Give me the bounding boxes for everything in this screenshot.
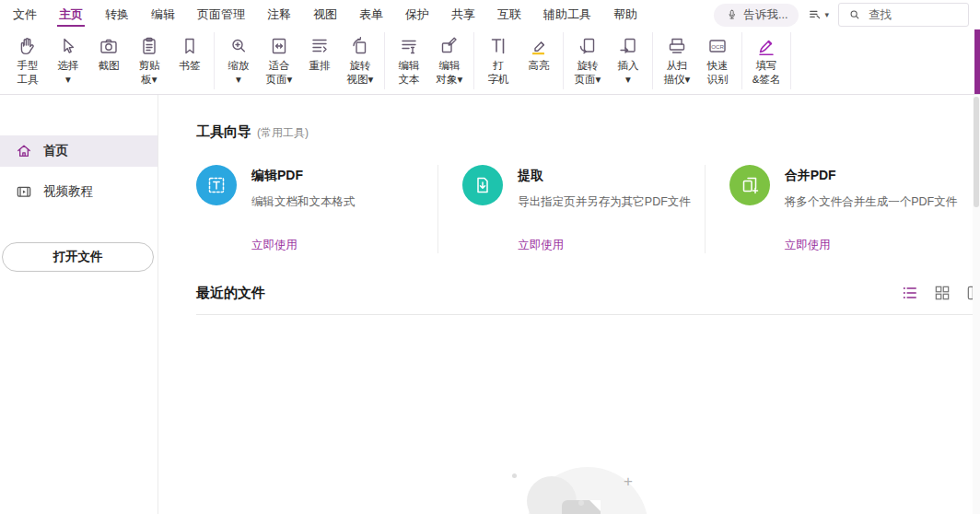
open-file-button[interactable]: 打开文件 <box>2 242 154 272</box>
search-mode-caret-icon: ▾ <box>824 10 829 19</box>
toolbar-typewriter-button[interactable]: 打 字机 <box>478 32 519 89</box>
scrollbar-thumb[interactable] <box>974 97 979 207</box>
view-toggle-group <box>901 284 974 302</box>
card-merge-pdf[interactable]: 合并PDF 将多个文件合并生成一个PDF文件 立即使用 <box>705 165 971 253</box>
ghost-page-icon <box>562 500 601 514</box>
toolbar-group-sign: 填写 &签名 <box>742 32 791 89</box>
menu-item-form[interactable]: 表单 <box>348 0 394 29</box>
toolbar-edit-text-button[interactable]: 编辑 文本 <box>389 32 429 89</box>
toolbar-clipboard-button[interactable]: 剪贴 板▾ <box>129 32 169 89</box>
menu-item-file[interactable]: 文件 <box>2 0 48 29</box>
search-icon <box>848 8 861 21</box>
toolbar-typewriter-label: 打 字机 <box>488 59 509 87</box>
toolbar-select-label: 选择 ▾ <box>58 59 79 87</box>
toolbar-from-scanner-button[interactable]: 从扫 描仪▾ <box>657 32 697 89</box>
card-extract-desc: 导出指定页并另存为其它PDF文件 <box>518 194 691 210</box>
tell-me-icon <box>725 8 739 22</box>
rotate-view-icon <box>349 35 371 57</box>
toolbar-hand-tool-button[interactable]: 手型 工具 <box>7 32 48 89</box>
toolbar-bookmark-button[interactable]: 书签 <box>169 32 210 89</box>
list-view-button[interactable] <box>901 284 919 302</box>
toolbar-snapshot-button[interactable]: 截图 <box>88 32 129 89</box>
sidebar-item-home[interactable]: 首页 <box>0 135 158 167</box>
home-icon <box>15 142 33 160</box>
toolbar-insert-label: 插入 ▾ <box>618 59 639 87</box>
toolbar-group-view: 缩放 ▾ 适合 页面▾ 重排 旋转 视图▾ <box>215 32 385 89</box>
toolbar-quick-ocr-button[interactable]: OCR 快速 识别 <box>697 32 738 89</box>
toolbar-rotate-view-button[interactable]: 旋转 视图▾ <box>340 32 380 89</box>
toolbar-rotate-view-label: 旋转 视图▾ <box>347 59 374 87</box>
card-merge-pdf-title: 合并PDF <box>785 168 958 184</box>
toolbar-group-scan: 从扫 描仪▾ OCR 快速 识别 <box>653 32 742 89</box>
find-input[interactable] <box>867 7 959 22</box>
main-content: 工具向导 (常用工具) 编辑PDF 编辑文档和文本格式 立即使用 <box>158 95 980 514</box>
menu-item-protect[interactable]: 保护 <box>394 0 440 29</box>
menu-item-convert[interactable]: 转换 <box>94 0 140 29</box>
menu-item-home[interactable]: 主页 <box>48 0 94 29</box>
toolbar-reflow-button[interactable]: 重排 <box>299 32 340 89</box>
hand-icon <box>17 35 39 57</box>
menu-item-connect[interactable]: 互联 <box>486 0 532 29</box>
select-cursor-icon <box>57 35 79 57</box>
menu-item-page-management[interactable]: 页面管理 <box>186 0 256 29</box>
toolbar-zoom-button[interactable]: 缩放 ▾ <box>218 32 259 89</box>
toolbar-group-comment: 打 字机 高亮 <box>474 32 564 89</box>
toolbar-group-tools: 手型 工具 选择 ▾ 截图 剪贴 板▾ <box>4 32 215 89</box>
toolbar-edit-object-button[interactable]: 编辑 对象▾ <box>429 32 470 89</box>
card-edit-pdf-top: 编辑PDF 编辑文档和文本格式 <box>196 165 438 210</box>
ghost-plus-icon: + <box>624 473 633 491</box>
toolbar-fit-page-button[interactable]: 适合 页面▾ <box>259 32 299 89</box>
tell-me-box[interactable]: 告诉我... <box>714 4 799 27</box>
open-file-label: 打开文件 <box>53 249 103 265</box>
menu-item-accessibility[interactable]: 辅助工具 <box>532 0 602 29</box>
search-mode-button[interactable]: ▾ <box>808 7 829 22</box>
toolbar-highlight-button[interactable]: 高亮 <box>519 32 559 89</box>
toolbar-rotate-pages-label: 旋转 页面▾ <box>575 59 601 87</box>
toolbar-from-scanner-label: 从扫 描仪▾ <box>664 59 691 87</box>
card-edit-pdf[interactable]: 编辑PDF 编辑文档和文本格式 立即使用 <box>196 165 438 253</box>
sidebar-item-video-tutorials[interactable]: 视频教程 <box>0 176 158 207</box>
card-extract[interactable]: 提取 导出指定页并另存为其它PDF文件 立即使用 <box>438 165 704 253</box>
card-extract-top: 提取 导出指定页并另存为其它PDF文件 <box>462 165 704 210</box>
card-merge-pdf-use-now-link[interactable]: 立即使用 <box>785 238 971 253</box>
grid-view-button[interactable] <box>933 284 951 302</box>
ribbon-accent-strip <box>974 29 980 94</box>
toolbar-snapshot-label: 截图 <box>99 59 120 73</box>
find-box[interactable] <box>838 3 969 27</box>
fill-sign-pen-icon <box>755 35 777 57</box>
highlight-icon <box>528 35 550 57</box>
toolbar-insert-button[interactable]: 插入 ▾ <box>608 32 648 89</box>
toolbar-highlight-label: 高亮 <box>529 59 550 73</box>
edit-object-icon <box>438 35 461 57</box>
card-extract-title: 提取 <box>518 168 691 184</box>
menu-item-share[interactable]: 共享 <box>440 0 486 29</box>
menu-item-view[interactable]: 视图 <box>302 0 348 29</box>
ghost-dot <box>578 500 584 506</box>
typewriter-icon <box>487 35 509 57</box>
toolbar-fit-page-label: 适合 页面▾ <box>266 59 293 87</box>
menu-item-help[interactable]: 帮助 <box>602 0 648 29</box>
ocr-icon: OCR <box>706 35 729 57</box>
card-edit-pdf-use-now-link[interactable]: 立即使用 <box>251 238 438 253</box>
card-extract-use-now-link[interactable]: 立即使用 <box>518 238 704 253</box>
toolbar-edit-object-label: 编辑 对象▾ <box>437 59 463 87</box>
card-edit-pdf-desc: 编辑文档和文本格式 <box>251 194 356 210</box>
menu-item-comment[interactable]: 注释 <box>256 0 302 29</box>
ghost-circle-small <box>527 476 577 514</box>
toolbar-reflow-label: 重排 <box>309 59 331 73</box>
fit-page-icon <box>268 35 290 57</box>
tell-me-label: 告诉我... <box>744 7 788 23</box>
menubar: 文件 主页 转换 编辑 页面管理 注释 视图 表单 保护 共享 互联 辅助工具 … <box>0 0 980 29</box>
toolbar-fill-sign-button[interactable]: 填写 &签名 <box>746 32 787 89</box>
toolbar-edit-text-label: 编辑 文本 <box>399 59 420 87</box>
toolbar-rotate-pages-button[interactable]: 旋转 页面▾ <box>567 32 608 89</box>
menubar-right: 告诉我... ▾ <box>714 3 980 27</box>
menu-item-edit[interactable]: 编辑 <box>140 0 186 29</box>
tool-cards: 编辑PDF 编辑文档和文本格式 立即使用 提取 导出指定页并另存为其它PDF <box>196 165 980 253</box>
video-tutorial-icon <box>15 182 33 201</box>
insert-page-icon <box>617 35 639 57</box>
toolbar-quick-ocr-label: 快速 识别 <box>707 59 729 87</box>
toolbar-select-button[interactable]: 选择 ▾ <box>48 32 88 89</box>
sidebar: 首页 视频教程 打开文件 <box>0 95 158 514</box>
content-scrollbar[interactable] <box>973 95 980 514</box>
